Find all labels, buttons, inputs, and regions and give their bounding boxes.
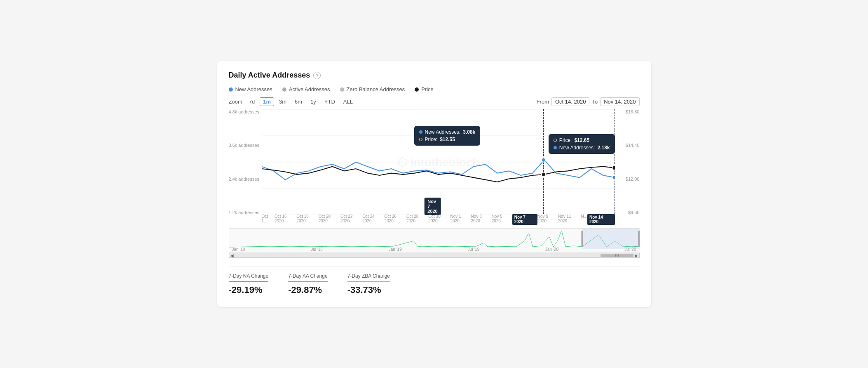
x-label-1: Oct 16 2020 bbox=[274, 214, 296, 225]
x-label-14: Nov 11 2020 bbox=[558, 214, 581, 225]
mini-x-jul19: Jul '19 bbox=[468, 247, 480, 252]
x-label-15: N... bbox=[581, 214, 587, 225]
x-label-16: Nov 14 2020 bbox=[587, 214, 615, 225]
x-label-7: Oct 28 2020 bbox=[406, 214, 428, 225]
legend: New Addresses Active Addresses Zero Bala… bbox=[229, 86, 640, 92]
y-left-4: 1.2k addresses bbox=[229, 210, 260, 215]
legend-item-price[interactable]: Price bbox=[415, 86, 434, 92]
stat-zba-underline bbox=[347, 281, 390, 282]
scrollbar[interactable]: ◀ ▶ bbox=[229, 253, 640, 258]
y-axis-right: $16.80 $14.40 $12.00 $9.60 bbox=[626, 109, 640, 225]
zoom-7d[interactable]: 7d bbox=[246, 97, 258, 106]
to-label: To bbox=[592, 99, 598, 105]
stat-na: 7-Day NA Change -29.19% bbox=[229, 273, 269, 295]
legend-dot-active bbox=[282, 87, 286, 92]
x-label-11: Nov 5 2020 bbox=[492, 214, 512, 225]
y-right-4: $9.60 bbox=[626, 210, 640, 215]
stat-aa-value: -29.87% bbox=[288, 285, 327, 295]
main-card: Daily Active Addresses ? New Addresses A… bbox=[217, 61, 651, 307]
mini-x-jan18: Jan '18 bbox=[232, 247, 245, 252]
zoom-6m[interactable]: 6m bbox=[291, 97, 305, 106]
x-label-9: Nov 1 2020 bbox=[450, 214, 471, 225]
date-range: From Oct 14, 2020 To Nov 14, 2020 bbox=[537, 97, 640, 106]
mini-x-jan19: Jan '19 bbox=[389, 247, 402, 252]
scroll-left-arrow[interactable]: ◀ bbox=[229, 253, 235, 258]
legend-dot-new bbox=[229, 87, 233, 92]
scroll-thumb-bar2 bbox=[617, 254, 617, 257]
stat-na-value: -29.19% bbox=[229, 285, 269, 295]
stat-na-underline bbox=[229, 281, 269, 282]
y-right-2: $14.40 bbox=[626, 143, 640, 148]
x-axis: Oct 1... Oct 16 2020 Oct 18 2020 Oct 20 … bbox=[262, 214, 615, 225]
mini-chart-svg bbox=[229, 229, 640, 249]
stat-aa-label: 7-Day AA Change bbox=[288, 273, 327, 279]
scroll-thumb-bar3 bbox=[618, 254, 619, 257]
legend-item-active[interactable]: Active Addresses bbox=[282, 86, 330, 92]
new-addresses-line bbox=[262, 160, 615, 180]
zoom-1m[interactable]: 1m bbox=[260, 97, 274, 106]
dot-price-nov7 bbox=[541, 172, 545, 177]
y-axis-left: 4.8k addresses 3.6k addresses 2.4k addre… bbox=[229, 109, 260, 225]
stat-zba: 7-Day ZBA Change -33.73% bbox=[347, 273, 390, 295]
mini-handle-right[interactable] bbox=[638, 231, 640, 247]
mini-x-axis: Jan '18 Jul '18 Jan '19 Jul '19 Jan '20 … bbox=[229, 247, 640, 252]
to-date[interactable]: Nov 14, 2020 bbox=[600, 97, 639, 106]
dot-new-nov7 bbox=[541, 158, 545, 162]
x-label-8: Oct 30 2020 bbox=[428, 214, 450, 225]
mini-chart-line bbox=[229, 231, 640, 247]
y-right-3: $12.00 bbox=[626, 177, 640, 182]
controls-row: Zoom 7d 1m 3m 6m 1y YTD ALL From Oct 14,… bbox=[229, 97, 640, 106]
legend-label-new: New Addresses bbox=[235, 86, 272, 92]
x-label-13: Nov 9 2020 bbox=[537, 214, 558, 225]
y-left-3: 2.4k addresses bbox=[229, 177, 260, 182]
stat-zba-value: -33.73% bbox=[347, 285, 390, 295]
legend-label-price: Price bbox=[421, 86, 434, 92]
from-date[interactable]: Oct 14, 2020 bbox=[551, 97, 589, 106]
scroll-right-arrow[interactable]: ▶ bbox=[633, 253, 639, 258]
y-left-2: 3.6k addresses bbox=[229, 143, 260, 148]
x-label-0: Oct 1... bbox=[262, 214, 275, 225]
mini-x-jan20: Jan '20 bbox=[545, 247, 558, 252]
legend-item-zero[interactable]: Zero Balance Addresses bbox=[340, 86, 405, 92]
zoom-row: Zoom 7d 1m 3m 6m 1y YTD ALL bbox=[229, 97, 357, 106]
x-label-3: Oct 20 2020 bbox=[319, 214, 340, 225]
y-left-1: 4.8k addresses bbox=[229, 109, 260, 114]
stat-aa: 7-Day AA Change -29.87% bbox=[288, 273, 327, 295]
x-label-2: Oct 18 2020 bbox=[296, 214, 318, 225]
stat-aa-underline bbox=[288, 281, 327, 282]
dot-price-nov14 bbox=[612, 166, 615, 170]
mini-handle-left[interactable] bbox=[581, 231, 583, 247]
mini-chart[interactable]: Jan '18 Jul '18 Jan '19 Jul '19 Jan '20 … bbox=[229, 228, 640, 253]
zoom-all[interactable]: ALL bbox=[340, 97, 356, 106]
legend-dot-price bbox=[415, 87, 419, 92]
legend-dot-zero bbox=[340, 87, 344, 92]
zoom-ytd[interactable]: YTD bbox=[321, 97, 338, 106]
page-title: Daily Active Addresses bbox=[229, 71, 310, 80]
legend-label-active: Active Addresses bbox=[289, 86, 330, 92]
mini-x-jul18: Jul '18 bbox=[311, 247, 323, 252]
y-right-1: $16.80 bbox=[626, 109, 640, 114]
x-label-5: Oct 24 2020 bbox=[362, 214, 384, 225]
legend-item-new[interactable]: New Addresses bbox=[229, 86, 272, 92]
stat-na-label: 7-Day NA Change bbox=[229, 273, 269, 279]
scroll-thumb[interactable] bbox=[601, 254, 633, 257]
date-badge-nov7: Nov 7 2020 bbox=[424, 198, 441, 215]
stats-row: 7-Day NA Change -29.19% 7-Day AA Change … bbox=[229, 266, 640, 295]
help-icon[interactable]: ? bbox=[313, 72, 321, 79]
chart-svg-container: ⬡ intotheblock bbox=[262, 109, 615, 215]
legend-label-zero: Zero Balance Addresses bbox=[347, 86, 405, 92]
x-label-12: Nov 7 2020 bbox=[512, 214, 537, 225]
zoom-label: Zoom bbox=[229, 99, 242, 105]
x-label-4: Oct 22 2020 bbox=[340, 214, 362, 225]
zoom-1y[interactable]: 1y bbox=[307, 97, 319, 106]
from-label: From bbox=[537, 99, 549, 105]
x-label-10: Nov 3 2020 bbox=[471, 214, 492, 225]
zoom-3m[interactable]: 3m bbox=[276, 97, 290, 106]
dot-new-nov14 bbox=[612, 175, 615, 180]
stat-zba-label: 7-Day ZBA Change bbox=[347, 273, 390, 279]
mini-x-jul20: Jul '20 bbox=[624, 247, 636, 252]
scroll-thumb-bar1 bbox=[615, 254, 616, 257]
chart-area: 4.8k addresses 3.6k addresses 2.4k addre… bbox=[229, 109, 640, 225]
x-label-6: Oct 26 2020 bbox=[385, 214, 406, 225]
mini-chart-selection bbox=[582, 229, 640, 249]
